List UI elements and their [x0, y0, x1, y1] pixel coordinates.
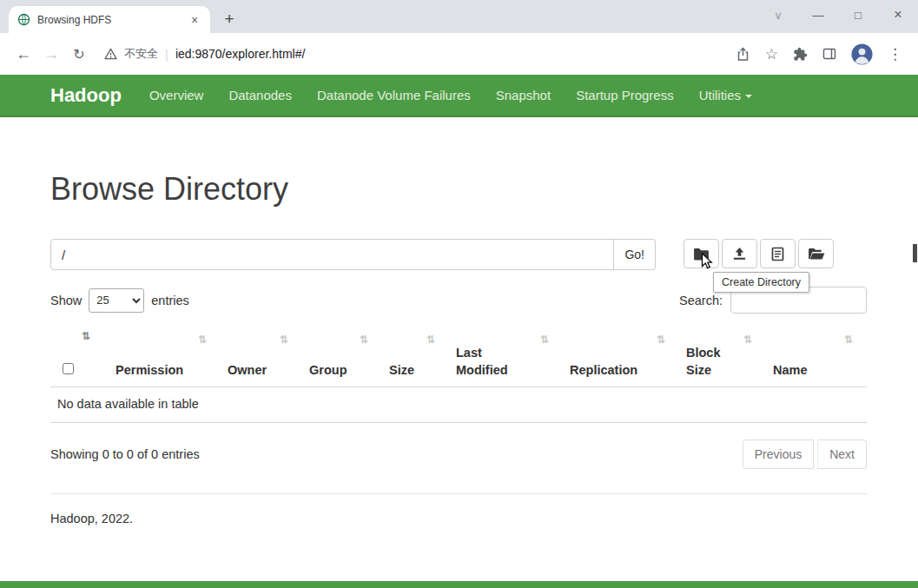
side-panel-icon[interactable]: [822, 47, 836, 61]
table-header-row: ⇅ Permission⇅ Owner⇅ Group⇅ Size⇅ Last M…: [50, 327, 867, 387]
previous-page-button[interactable]: Previous: [743, 439, 814, 469]
column-size[interactable]: Size⇅: [382, 327, 449, 387]
globe-icon: [17, 13, 30, 26]
toolbar-icons: ☆ ⋮: [736, 43, 902, 65]
search-label: Search:: [679, 294, 723, 307]
upload-icon: [732, 247, 747, 261]
sort-icon[interactable]: ⇅: [426, 333, 435, 347]
go-button[interactable]: Go!: [614, 239, 656, 270]
column-permission[interactable]: Permission⇅: [109, 327, 221, 387]
column-replication[interactable]: Replication⇅: [563, 327, 679, 387]
brand-hadoop[interactable]: Hadoop: [50, 84, 122, 107]
select-all-checkbox[interactable]: [63, 363, 74, 374]
nav-datanodes[interactable]: Datanodes: [228, 88, 292, 102]
scrollbar-thumb[interactable]: [913, 244, 917, 262]
sort-icon[interactable]: ⇅: [657, 333, 665, 347]
tab-close-icon[interactable]: ×: [188, 13, 201, 27]
back-button[interactable]: ←: [12, 45, 35, 63]
table-info: Showing 0 to 0 of 0 entries: [50, 447, 200, 461]
sort-icon[interactable]: ⇅: [82, 329, 90, 343]
create-directory-tooltip: Create Directory: [713, 272, 809, 293]
column-label: Last Modified: [456, 346, 508, 377]
sort-icon[interactable]: ⇅: [844, 333, 853, 347]
page-title: Browse Directory: [50, 171, 867, 208]
column-name[interactable]: Name⇅: [766, 327, 867, 387]
sort-icon[interactable]: ⇅: [360, 333, 368, 347]
not-secure-label[interactable]: 不安全: [124, 46, 158, 62]
share-icon[interactable]: [736, 47, 750, 62]
empty-message: No data available in table: [50, 387, 867, 423]
not-secure-warning-icon[interactable]: [104, 48, 117, 60]
page-length-select[interactable]: 25: [89, 288, 144, 313]
window-controls: ∨ — □ ×: [758, 0, 918, 30]
show-label: Show: [50, 294, 82, 307]
window-chevron-icon[interactable]: ∨: [758, 9, 798, 22]
nav-datanode-volume-failures[interactable]: Datanode Volume Failures: [317, 88, 471, 102]
nav-utilities[interactable]: Utilities: [699, 88, 752, 102]
browser-menu-icon[interactable]: ⋮: [888, 45, 902, 63]
refresh-button[interactable]: ↻: [68, 46, 90, 63]
nav-overview[interactable]: Overview: [149, 88, 204, 102]
file-action-toolbar: Create Directory: [684, 239, 834, 268]
hadoop-navbar: Hadoop Overview Datanodes Datanode Volum…: [0, 75, 918, 117]
column-label: Block Size: [686, 346, 721, 377]
new-tab-button[interactable]: +: [217, 7, 241, 31]
column-label: Owner: [228, 363, 267, 377]
window-maximize-button[interactable]: □: [838, 9, 878, 22]
table-footer: Showing 0 to 0 of 0 entries Previous Nex…: [50, 439, 867, 469]
extensions-puzzle-icon[interactable]: [793, 47, 808, 62]
chevron-down-icon: [745, 95, 752, 98]
next-page-button[interactable]: Next: [817, 439, 867, 469]
bottom-green-strip: [0, 581, 918, 588]
column-last-modified[interactable]: Last Modified⇅: [449, 327, 563, 387]
column-block-size[interactable]: Block Size⇅: [679, 327, 766, 387]
sort-icon[interactable]: ⇅: [540, 333, 549, 347]
column-label: Permission: [116, 363, 183, 377]
column-owner[interactable]: Owner⇅: [221, 327, 302, 387]
address-bar[interactable]: 不安全 | ied:9870/explorer.html#/: [104, 46, 723, 62]
nav-startup-progress[interactable]: Startup Progress: [576, 88, 674, 102]
browser-toolbar: ← → ↻ 不安全 | ied:9870/explorer.html#/ ☆ ⋮: [0, 33, 918, 75]
browser-tab[interactable]: Browsing HDFS ×: [9, 6, 210, 33]
address-separator: |: [165, 47, 168, 62]
directory-path-input[interactable]: [50, 239, 614, 270]
page-content: Browse Directory Go!: [0, 171, 918, 525]
sort-icon[interactable]: ⇅: [198, 333, 207, 347]
column-group[interactable]: Group⇅: [302, 327, 382, 387]
cut-paste-button[interactable]: [760, 239, 796, 268]
url-text[interactable]: ied:9870/explorer.html#/: [175, 47, 305, 61]
window-close-button[interactable]: ×: [878, 7, 918, 23]
open-folder-button[interactable]: [798, 239, 834, 268]
nav-snapshot[interactable]: Snapshot: [496, 88, 551, 102]
forward-button: →: [40, 45, 63, 63]
sort-icon[interactable]: ⇅: [743, 333, 752, 347]
sort-icon[interactable]: ⇅: [280, 333, 288, 347]
directory-table: ⇅ Permission⇅ Owner⇅ Group⇅ Size⇅ Last M…: [50, 327, 867, 423]
tab-title: Browsing HDFS: [37, 14, 181, 26]
footer-divider: [50, 493, 867, 494]
column-label: Size: [389, 363, 414, 377]
browser-tab-bar: Browsing HDFS × + ∨ — □ ×: [0, 0, 918, 33]
nav-utilities-label: Utilities: [699, 88, 741, 102]
mouse-cursor-icon: [700, 253, 713, 274]
bookmark-star-icon[interactable]: ☆: [765, 45, 778, 63]
column-label: Replication: [570, 363, 637, 377]
open-folder-icon: [808, 248, 825, 261]
column-label: Group: [309, 363, 347, 377]
document-icon: [771, 247, 784, 261]
window-minimize-button[interactable]: —: [798, 9, 838, 22]
profile-avatar[interactable]: [851, 43, 873, 65]
site-footer: Hadoop, 2022.: [50, 512, 867, 525]
path-row: Go!: [50, 239, 867, 270]
column-label: Name: [773, 363, 808, 377]
path-input-group: Go!: [50, 239, 656, 270]
entries-label: entries: [151, 294, 189, 307]
page-length-control: Show 25 entries: [50, 288, 189, 313]
upload-files-button[interactable]: [722, 239, 757, 268]
empty-row: No data available in table: [50, 387, 867, 423]
column-select[interactable]: ⇅: [50, 327, 109, 387]
pagination: Previous Next: [743, 439, 867, 469]
